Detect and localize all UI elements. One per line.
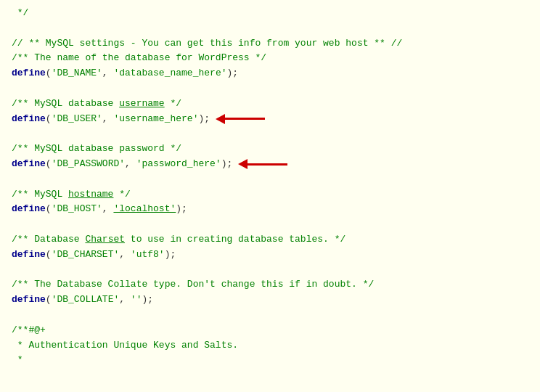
code-line: [9, 21, 531, 36]
code-token: 'localhost': [113, 203, 176, 214]
code-token: 'DB_USER': [52, 113, 102, 124]
code-token: ,: [102, 203, 114, 214]
code-token: );: [176, 203, 187, 214]
code-token: );: [198, 113, 210, 124]
code-token: ,: [119, 249, 131, 260]
code-token: define: [12, 249, 46, 260]
code-token: 'DB_HOST': [52, 203, 102, 214]
code-lines: */ // ** MySQL settings - You can get th…: [9, 6, 531, 368]
code-line: /** MySQL database username */: [9, 97, 531, 112]
code-container: */ // ** MySQL settings - You can get th…: [0, 0, 540, 392]
code-line: define('DB_NAME', 'database_name_here');: [9, 66, 531, 81]
code-token: );: [221, 158, 233, 169]
code-token: 'DB_COLLATE': [52, 294, 120, 305]
code-line: [9, 172, 531, 187]
code-line: *: [9, 353, 531, 368]
code-token: define: [12, 113, 46, 124]
code-token: 'password_here': [136, 158, 221, 169]
code-token: (: [46, 113, 52, 124]
comment-text: * Authentication Unique Keys and Salts.: [12, 340, 238, 351]
arrow-line: [248, 163, 287, 166]
code-token: 'DB_CHARSET': [52, 249, 120, 260]
code-token: 'username_here': [113, 113, 198, 124]
code-token: );: [142, 294, 153, 305]
code-token: (: [46, 68, 52, 78]
code-line: define('DB_COLLATE', '');: [9, 293, 531, 308]
code-line: /** MySQL hostname */: [9, 187, 531, 203]
code-line: /** The name of the database for WordPre…: [9, 51, 531, 66]
code-line: /** The Database Collate type. Don't cha…: [9, 277, 531, 293]
code-line: [9, 81, 531, 97]
code-line: // ** MySQL settings - You can get this …: [9, 36, 531, 52]
code-line: [9, 217, 531, 232]
code-line: /** Database Charset to use in creating …: [9, 232, 531, 248]
code-line: define('DB_PASSWORD', 'password_here');: [9, 157, 531, 172]
code-line: /** MySQL database password */: [9, 142, 531, 157]
code-token: );: [165, 249, 176, 260]
code-token: 'DB_NAME': [52, 68, 102, 78]
code-line: * Authentication Unique Keys and Salts.: [9, 338, 531, 354]
code-line: define('DB_HOST', 'localhost');: [9, 202, 531, 217]
code-token: define: [12, 158, 46, 169]
code-token: 'utf8': [131, 249, 165, 260]
code-token: ,: [119, 294, 131, 305]
code-line: [9, 263, 531, 278]
red-arrow: [216, 114, 265, 124]
code-token: ,: [102, 113, 114, 124]
code-line: [9, 308, 531, 323]
comment-text: */: [12, 7, 28, 18]
comment-text: /** The Database Collate type. Don't cha…: [12, 279, 374, 290]
arrow-line: [225, 118, 265, 120]
comment-text: /** The name of the database for WordPre…: [12, 52, 266, 63]
comment-text: /** Database: [12, 234, 85, 245]
code-token: define: [12, 294, 46, 305]
code-token: (: [46, 249, 52, 260]
comment-text: /** MySQL database password */: [12, 143, 181, 154]
code-line: [9, 126, 531, 142]
code-token: ,: [125, 158, 136, 169]
code-token: ,: [102, 68, 114, 78]
code-token: (: [46, 203, 52, 214]
comment-text: /**#@+: [12, 324, 46, 335]
code-token: (: [46, 158, 52, 169]
code-token: (: [46, 294, 52, 305]
arrow-head-icon: [238, 159, 248, 169]
code-token: 'database_name_here': [113, 68, 226, 78]
comment-text: /** MySQL database: [12, 98, 119, 109]
code-token: '': [131, 294, 142, 305]
red-arrow: [238, 159, 287, 169]
code-line: define('DB_USER', 'username_here');: [9, 112, 531, 127]
comment-text: // ** MySQL settings - You can get this …: [12, 38, 402, 49]
code-line: define('DB_CHARSET', 'utf8');: [9, 248, 531, 263]
comment-text: *: [12, 354, 23, 365]
code-token: define: [12, 203, 46, 214]
code-line: */: [9, 6, 531, 21]
comment-text: /** MySQL: [12, 189, 68, 200]
code-token: define: [12, 68, 46, 78]
code-token: );: [226, 68, 238, 78]
arrow-head-icon: [216, 114, 225, 124]
code-token: 'DB_PASSWORD': [52, 158, 125, 169]
code-line: /**#@+: [9, 323, 531, 338]
